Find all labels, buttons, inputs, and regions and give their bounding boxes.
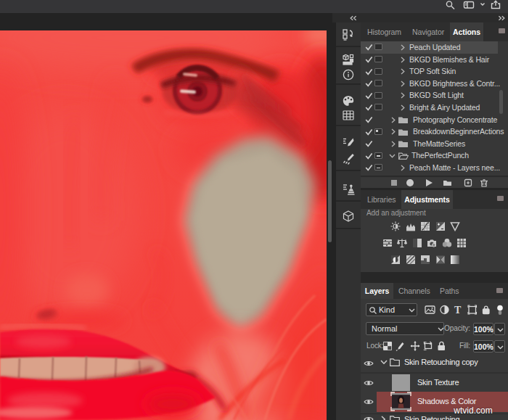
svg-text:T: T <box>454 305 462 316</box>
